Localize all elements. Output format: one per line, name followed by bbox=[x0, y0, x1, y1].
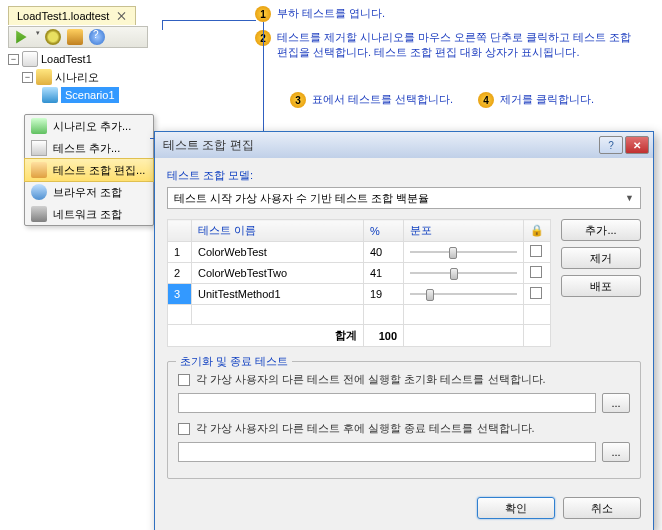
term-browse-button[interactable]: ... bbox=[602, 442, 630, 462]
row-number: 2 bbox=[168, 263, 192, 284]
load-test-tree: − LoadTest1 − 시나리오 Scenario1 bbox=[8, 50, 168, 104]
close-icon[interactable] bbox=[117, 11, 127, 21]
pct-cell[interactable]: 41 bbox=[364, 263, 404, 284]
document-tab[interactable]: LoadTest1.loadtest bbox=[8, 6, 136, 25]
callout-1: 1 부하 테스트를 엽니다. bbox=[255, 6, 385, 22]
menu-edit-test-mix[interactable]: 테스트 조합 편집... bbox=[24, 158, 154, 182]
dist-cell[interactable] bbox=[404, 284, 524, 305]
menu-label: 테스트 조합 편집... bbox=[53, 163, 145, 178]
init-checkbox[interactable] bbox=[178, 374, 190, 386]
init-label: 각 가상 사용자의 다른 테스트 전에 실행할 초기화 테스트를 선택합니다. bbox=[196, 372, 630, 387]
leader-line bbox=[162, 20, 256, 21]
menu-label: 네트워크 조합 bbox=[53, 207, 122, 222]
ok-button[interactable]: 확인 bbox=[477, 497, 555, 519]
dialog-help-button[interactable]: ? bbox=[599, 136, 623, 154]
browser-icon bbox=[31, 184, 47, 200]
menu-add-test[interactable]: 테스트 추가... bbox=[25, 137, 153, 159]
test-name-cell: UnitTestMethod1 bbox=[192, 284, 364, 305]
tree-label: 시나리오 bbox=[55, 69, 99, 85]
scenario-icon bbox=[42, 87, 58, 103]
callout-badge: 4 bbox=[478, 92, 494, 108]
table-row[interactable]: 2ColorWebTestTwo41 bbox=[168, 263, 551, 284]
lock-checkbox[interactable] bbox=[530, 245, 542, 257]
distribution-slider[interactable] bbox=[410, 289, 517, 299]
lock-cell[interactable] bbox=[524, 284, 551, 305]
test-name-cell: ColorWebTest bbox=[192, 242, 364, 263]
row-number: 1 bbox=[168, 242, 192, 263]
pct-cell[interactable]: 19 bbox=[364, 284, 404, 305]
menu-add-scenario[interactable]: 시나리오 추가... bbox=[25, 115, 153, 137]
col-header-dist: 분포 bbox=[404, 220, 524, 242]
run-icon[interactable] bbox=[13, 29, 29, 45]
settings-icon[interactable] bbox=[45, 29, 61, 45]
tree-scenario1[interactable]: Scenario1 bbox=[42, 86, 168, 104]
pct-cell[interactable]: 40 bbox=[364, 242, 404, 263]
dialog-footer: 확인 취소 bbox=[155, 489, 653, 530]
term-checkbox[interactable] bbox=[178, 423, 190, 435]
model-select[interactable]: 테스트 시작 가상 사용자 수 기반 테스트 조합 백분율 ▼ bbox=[167, 187, 641, 209]
table-row[interactable]: 3UnitTestMethod119 bbox=[168, 284, 551, 305]
expander-icon[interactable]: − bbox=[22, 72, 33, 83]
leader-line bbox=[162, 20, 163, 30]
document-tab-bar: LoadTest1.loadtest bbox=[8, 6, 136, 25]
distribute-button[interactable]: 배포 bbox=[561, 275, 641, 297]
menu-label: 테스트 추가... bbox=[53, 141, 120, 156]
col-header-lock: 🔒 bbox=[524, 220, 551, 242]
dist-cell[interactable] bbox=[404, 242, 524, 263]
chevron-down-icon: ▼ bbox=[625, 193, 634, 203]
side-buttons: 추가... 제거 배포 bbox=[561, 219, 641, 347]
folder-icon bbox=[36, 69, 52, 85]
lock-checkbox[interactable] bbox=[530, 287, 542, 299]
dialog-body: 테스트 조합 모델: 테스트 시작 가상 사용자 수 기반 테스트 조합 백분율… bbox=[155, 158, 653, 489]
edit-mix-icon bbox=[31, 162, 47, 178]
tree-label: Scenario1 bbox=[61, 87, 119, 103]
tree-scenarios[interactable]: − 시나리오 bbox=[22, 68, 168, 86]
distribution-slider[interactable] bbox=[410, 247, 517, 257]
lock-cell[interactable] bbox=[524, 263, 551, 284]
test-mix-table: 테스트 이름 % 분포 🔒 1ColorWebTest402ColorWebTe… bbox=[167, 219, 551, 347]
model-label: 테스트 조합 모델: bbox=[167, 168, 641, 183]
menu-label: 시나리오 추가... bbox=[53, 119, 131, 134]
leader-line bbox=[263, 22, 264, 138]
loadtest-icon bbox=[22, 51, 38, 67]
term-test-field[interactable] bbox=[178, 442, 596, 462]
context-menu: 시나리오 추가... 테스트 추가... 테스트 조합 편집... 브라우저 조… bbox=[24, 114, 154, 226]
edit-icon[interactable] bbox=[67, 29, 83, 45]
network-icon bbox=[31, 206, 47, 222]
callout-3: 3 표에서 테스트를 선택합니다. bbox=[290, 92, 453, 108]
dropdown-icon[interactable] bbox=[35, 31, 39, 43]
sum-value: 100 bbox=[364, 325, 404, 347]
col-header-name: 테스트 이름 bbox=[192, 220, 364, 242]
dialog-close-button[interactable]: ✕ bbox=[625, 136, 649, 154]
add-test-icon bbox=[31, 140, 47, 156]
init-test-field[interactable] bbox=[178, 393, 596, 413]
lock-checkbox[interactable] bbox=[530, 266, 542, 278]
callout-badge: 1 bbox=[255, 6, 271, 22]
init-browse-button[interactable]: ... bbox=[602, 393, 630, 413]
menu-browser-mix[interactable]: 브라우저 조합 bbox=[25, 181, 153, 203]
init-term-group: 초기화 및 종료 테스트 각 가상 사용자의 다른 테스트 전에 실행할 초기화… bbox=[167, 361, 641, 479]
cancel-button[interactable]: 취소 bbox=[563, 497, 641, 519]
tree-label: LoadTest1 bbox=[41, 51, 92, 67]
col-header-num bbox=[168, 220, 192, 242]
table-row[interactable]: 1ColorWebTest40 bbox=[168, 242, 551, 263]
select-value: 테스트 시작 가상 사용자 수 기반 테스트 조합 백분율 bbox=[174, 191, 429, 206]
help-icon[interactable] bbox=[89, 29, 105, 45]
add-scenario-icon bbox=[31, 118, 47, 134]
tab-title: LoadTest1.loadtest bbox=[17, 10, 109, 22]
tree-root[interactable]: − LoadTest1 bbox=[8, 50, 168, 68]
menu-label: 브라우저 조합 bbox=[53, 185, 122, 200]
distribution-slider[interactable] bbox=[410, 268, 517, 278]
dist-cell[interactable] bbox=[404, 263, 524, 284]
row-number: 3 bbox=[168, 284, 192, 305]
add-button[interactable]: 추가... bbox=[561, 219, 641, 241]
edit-test-mix-dialog: 테스트 조합 편집 ? ✕ 테스트 조합 모델: 테스트 시작 가상 사용자 수… bbox=[154, 131, 654, 530]
remove-button[interactable]: 제거 bbox=[561, 247, 641, 269]
menu-network-mix[interactable]: 네트워크 조합 bbox=[25, 203, 153, 225]
dialog-title: 테스트 조합 편집 bbox=[163, 137, 597, 154]
lock-cell[interactable] bbox=[524, 242, 551, 263]
dialog-titlebar: 테스트 조합 편집 ? ✕ bbox=[155, 132, 653, 158]
expander-icon[interactable]: − bbox=[8, 54, 19, 65]
callout-4: 4 제거를 클릭합니다. bbox=[478, 92, 594, 108]
toolbar bbox=[8, 26, 148, 48]
